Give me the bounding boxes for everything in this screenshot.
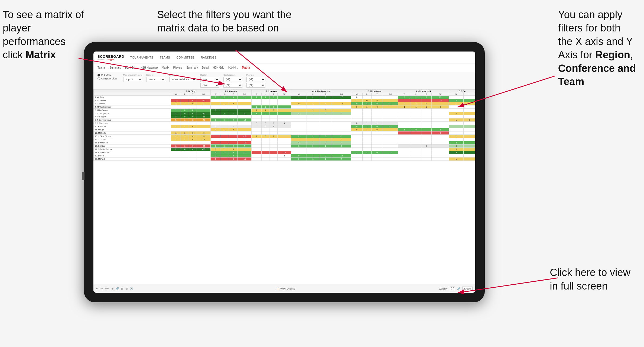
max-players-select[interactable]: Top 25 Top 10 Top 50 [123,77,142,82]
subnav-h2h-grid[interactable]: H2H Grid [125,65,136,71]
cell-r6-g5-c0 [398,115,411,118]
cell-r10-g3-c1 [307,128,319,131]
cell-r6-g0-c3: -16 [197,115,210,118]
clock-icon[interactable]: 🕐 [130,287,133,290]
cell-r9-g1-c2: 1 [229,125,238,128]
conference-select-x[interactable]: (All) ACC SEC [223,77,242,82]
cell-r7-g0-c0: 5 [171,118,181,122]
full-view-option[interactable]: Full View [97,74,117,76]
cell-r4-g5-c0 [398,109,411,112]
cell-r13-g0-c3: 10 [197,138,210,141]
subnav-players[interactable]: Players [173,65,182,71]
annotation-line2: player performances [3,22,66,47]
sh-3-d: Dif [277,93,291,96]
cell-r8-g4-c2: 1 [371,122,383,125]
cell-r19-g0-c1 [181,158,189,161]
cell-r4-g2-c2: 0 [269,109,277,112]
cell-r9-g4-c2: 0 [371,125,383,128]
cell-r16-g5-c3 [431,148,449,151]
subnav-players-summary[interactable]: Summary [186,65,198,71]
cell-r17-g5-c2 [421,151,431,154]
cell-r14-g5-c1 [411,141,421,144]
players-select-x[interactable]: (All) [246,77,265,82]
cell-r13-g4-c3 [383,138,398,141]
share-button[interactable]: Share [462,287,473,291]
powered-by-text: Powered by clippd [97,59,124,60]
undo-icon[interactable]: ↩ [96,287,98,290]
cell-r8-g6-c1 [463,122,475,125]
cell-r18-g1-c1 [221,154,229,158]
cell-r10-g1-c1: 1 [221,128,229,131]
cell-r4-g3-c2: 0 [319,109,332,112]
cell-r3-g4-c0: 0 [351,105,363,109]
subnav-h2hh[interactable]: H2HH... [228,65,238,71]
grid-plus-icon[interactable]: ⊞ [121,287,123,290]
subnav-summary[interactable]: Summary [109,65,121,71]
cell-r2-g0-c3: 2 [197,102,210,105]
reset-icon[interactable]: ↩↪ [105,287,109,290]
cell-r1-g1-c0 [210,99,221,102]
watch-button[interactable]: Watch ▾ [439,287,448,290]
sh-6-t: T [421,93,431,96]
cell-r15-g1-c2: 0 [229,144,238,148]
sh-1-d: Dif [197,93,210,96]
cell-r0-g2-c1: 1 [261,96,269,99]
division-select[interactable]: NCAA Division I NCAA Division II NCAA Di… [169,77,196,82]
cell-r16-g1-c3 [237,148,251,151]
cell-r11-g2-c3 [277,131,291,135]
cell-r17-g2-c2 [269,151,277,154]
cell-r3-g0-c1 [181,105,189,109]
subnav-h2h-grid2[interactable]: H2H Grid [213,65,224,71]
cell-r16-g3-c0 [291,148,307,151]
cell-r6-g6-c0 [449,115,464,118]
subnav-matrix[interactable]: Matrix [162,65,169,71]
link-icon[interactable]: 🔗 [116,287,119,290]
players-select-y[interactable]: (All) [246,83,265,88]
cell-r1-g2-c1 [261,99,269,102]
cell-r13-g3-c1 [307,138,319,141]
gender-select[interactable]: Men's Women's [146,77,165,82]
cell-r4-g0-c1: 0 [181,109,189,112]
cell-r1-g1-c3 [237,99,251,102]
region-select-y[interactable]: N/A East West [200,83,219,88]
cell-r15-g1-c0: 2 [210,144,221,148]
nav-committee[interactable]: COMMITTEE [176,55,195,60]
cell-r1-g6-c1 [463,99,475,102]
grid-minus-icon[interactable]: ⊟ [125,287,128,290]
cell-r1-g5-c2 [421,99,431,102]
cell-r14-g0-c2 [189,141,197,144]
cell-r6-g3-c2 [319,115,332,118]
cell-r15-g1-c3: 4 [237,144,251,148]
conference-select-y[interactable]: (All) ACC SEC [223,83,242,88]
nav-tournaments[interactable]: TOURNAMENTS [130,55,154,60]
cell-r1-g2-c2 [269,99,277,102]
cell-r19-g2-c0 [252,158,262,161]
subnav-detail[interactable]: Detail [202,65,209,71]
subnav-teams[interactable]: Teams [97,65,105,71]
cell-r19-g5-c3 [431,158,449,161]
row-name-8: 9. N Gabrelcik [94,122,171,125]
cell-r0-g4-c0: 0 [351,96,363,99]
redo-icon[interactable]: ↪ [100,287,103,290]
row-name-19: 20. M Ford [94,158,171,161]
annotation-line1: To see a matrix of [3,9,84,20]
cell-r14-g4-c3 [383,141,398,144]
nav-teams[interactable]: TEAMS [159,55,171,60]
add-icon[interactable]: ⊕ [111,287,113,290]
cell-r19-g1-c2: 3 [229,158,238,161]
cell-r10-g4-c3 [383,128,398,131]
region-select-x[interactable]: N/A East West [200,77,219,82]
cell-r8-g2-c2: 0 [269,122,277,125]
fullscreen-button[interactable]: ⛶ [450,287,455,291]
cell-r4-g5-c2 [421,109,431,112]
subnav-matrix-active[interactable]: Matrix [242,65,250,71]
cell-r17-g1-c2: 0 [229,151,238,154]
subnav-h2h-heatmap[interactable]: H2H Heatmap [141,65,158,71]
matrix-header-empty [94,90,171,93]
cell-r8-g3-c0 [291,122,307,125]
cell-r0-g1-c3: 11 [237,96,251,99]
cell-r7-g1-c2: 0 [229,118,238,122]
compact-view-option[interactable]: Compact View [97,77,117,80]
cell-r15-g0-c0: 2 [171,144,181,148]
nav-rankings[interactable]: RANKINGS [200,55,217,60]
